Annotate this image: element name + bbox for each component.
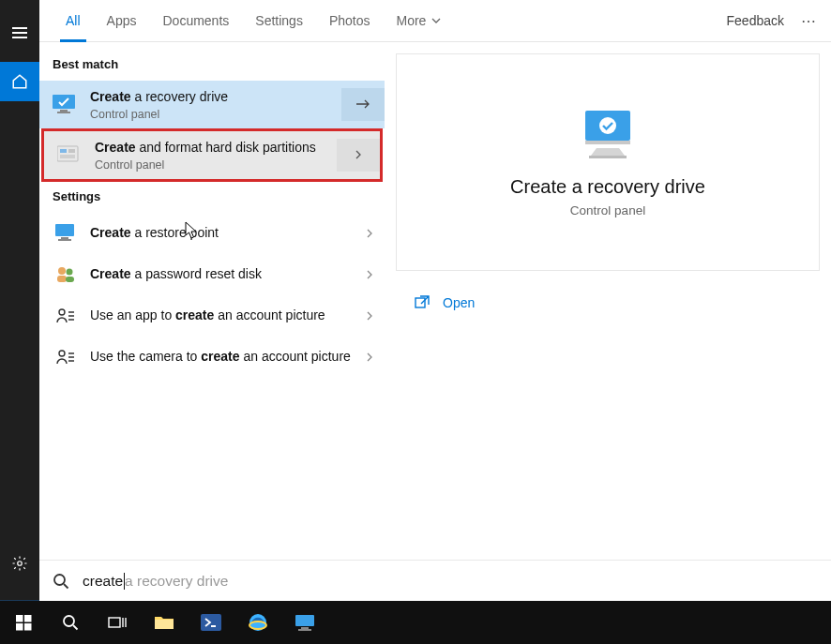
settings-button[interactable] [0, 544, 39, 583]
chevron-right-icon [365, 229, 374, 238]
preview-pane: Create a recovery drive Control panel Op… [385, 42, 831, 600]
svg-rect-14 [66, 277, 74, 282]
chevron-right-icon [354, 150, 363, 159]
search-typed-text: create [83, 573, 123, 590]
svg-rect-23 [16, 615, 23, 622]
monitor-icon [53, 220, 79, 247]
start-button[interactable] [0, 601, 47, 644]
preview-subtitle: Control panel [570, 203, 645, 217]
result-expand-button[interactable] [337, 139, 380, 172]
result-expand-button[interactable] [355, 303, 385, 329]
result-subtitle: Control panel [95, 158, 333, 172]
tab-apps[interactable]: Apps [94, 0, 150, 42]
tab-photos[interactable]: Photos [316, 0, 384, 42]
svg-rect-9 [61, 237, 68, 239]
chevron-right-icon [365, 270, 374, 279]
svg-rect-19 [585, 141, 630, 144]
result-password-reset[interactable]: Create a password reset disk [39, 254, 385, 295]
result-expand-button[interactable] [355, 220, 385, 247]
menu-button[interactable] [0, 13, 39, 52]
preview-card: Create a recovery drive Control panel [396, 53, 820, 271]
tab-more-label: More [396, 13, 426, 28]
home-button[interactable] [0, 62, 39, 101]
group-settings: Settings [39, 182, 385, 213]
person-list-icon [53, 344, 79, 370]
home-icon [11, 73, 28, 90]
taskbar-file-explorer[interactable] [141, 601, 188, 644]
users-icon [53, 262, 79, 288]
svg-point-18 [599, 117, 616, 134]
result-restore-point[interactable]: Create a restore point [39, 213, 385, 254]
result-disk-partitions[interactable]: Create and format hard disk partitions C… [41, 128, 383, 182]
svg-rect-6 [68, 149, 75, 153]
svg-rect-4 [57, 146, 78, 161]
svg-rect-3 [57, 112, 70, 113]
result-camera-picture[interactable]: Use the camera to create an account pict… [39, 337, 385, 378]
svg-rect-29 [155, 620, 174, 629]
svg-rect-10 [58, 239, 71, 241]
search-input[interactable]: create a recovery drive [39, 560, 831, 601]
svg-point-0 [18, 562, 23, 566]
svg-rect-35 [298, 629, 311, 631]
preview-open-action[interactable]: Open [415, 290, 801, 316]
result-title: Use an app to create an account picture [90, 307, 351, 324]
taskbar-desktop[interactable] [281, 601, 328, 644]
chevron-right-icon [365, 311, 374, 321]
svg-rect-25 [16, 623, 23, 631]
result-expand-button[interactable] [341, 88, 385, 121]
svg-rect-26 [24, 623, 32, 631]
svg-point-11 [58, 267, 66, 275]
search-filter-bar: All Apps Documents Settings Photos More … [39, 0, 831, 42]
svg-rect-21 [416, 298, 425, 307]
results-column: Best match Create a recovery drive Contr… [39, 42, 385, 600]
monitor-check-icon [53, 91, 79, 117]
svg-rect-13 [57, 276, 67, 282]
person-list-icon [53, 303, 79, 329]
more-options-button[interactable]: ⋯ [801, 12, 818, 30]
windows-icon [16, 615, 32, 631]
svg-point-16 [59, 351, 65, 356]
tab-settings[interactable]: Settings [242, 0, 316, 42]
result-title: Create a recovery drive [90, 88, 338, 106]
svg-point-22 [54, 575, 65, 585]
tab-more[interactable]: More [383, 0, 454, 42]
gear-icon [11, 555, 28, 572]
svg-rect-5 [60, 149, 67, 153]
tab-all[interactable]: All [53, 0, 94, 42]
powershell-icon [201, 614, 221, 631]
taskbar-ie[interactable] [234, 601, 281, 644]
result-title: Create and format hard disk partitions [95, 139, 333, 157]
taskbar [0, 601, 831, 644]
result-title: Create a password reset disk [90, 265, 351, 283]
svg-rect-2 [60, 110, 68, 112]
chevron-right-icon [365, 352, 374, 362]
svg-point-15 [59, 309, 65, 315]
task-view-icon [108, 615, 127, 630]
search-panel: All Apps Documents Settings Photos More … [39, 0, 831, 600]
settings-results: Create a restore point Create a password… [39, 213, 385, 378]
svg-point-27 [64, 616, 74, 626]
disk-partitions-icon [57, 142, 83, 168]
result-expand-button[interactable] [355, 262, 385, 288]
result-expand-button[interactable] [355, 344, 385, 370]
result-recovery-drive[interactable]: Create a recovery drive Control panel [39, 81, 385, 128]
feedback-link[interactable]: Feedback [727, 13, 784, 28]
svg-rect-8 [55, 224, 74, 236]
tab-documents[interactable]: Documents [149, 0, 242, 42]
arrow-right-icon [355, 98, 371, 110]
result-app-picture[interactable]: Use an app to create an account picture [39, 295, 385, 337]
svg-rect-7 [60, 155, 75, 158]
search-icon [53, 573, 69, 590]
taskbar-search-button[interactable] [47, 601, 94, 644]
taskbar-powershell[interactable] [188, 601, 234, 644]
search-icon [62, 614, 79, 631]
open-icon [415, 295, 430, 310]
svg-rect-28 [109, 618, 120, 627]
cortana-sidebar [0, 0, 39, 600]
svg-rect-1 [53, 95, 75, 109]
group-best-match: Best match [39, 50, 385, 81]
ie-icon [248, 612, 268, 633]
desktop-icon [295, 614, 315, 631]
preview-title: Create a recovery drive [510, 176, 705, 198]
task-view-button[interactable] [94, 601, 141, 644]
